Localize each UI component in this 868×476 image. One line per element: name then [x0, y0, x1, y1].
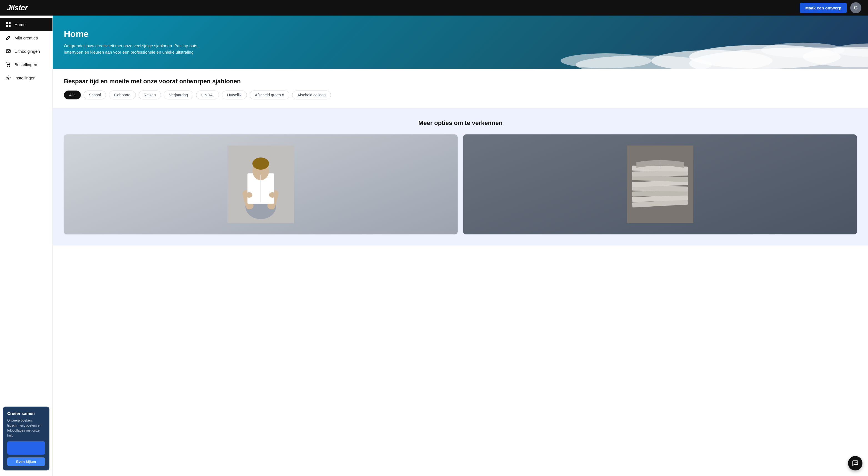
- explore-cards: Je droomcreatie wacht op je Creëer vanui…: [64, 135, 857, 234]
- sidebar-label-home: Home: [14, 22, 26, 27]
- svg-point-14: [761, 43, 844, 58]
- explore-card-print: Ontdek de printmogelijkheden Laat ons u …: [463, 135, 857, 234]
- card-image-person: [64, 135, 458, 234]
- sidebar-item-bestellingen[interactable]: Bestellingen: [0, 58, 53, 71]
- templates-title: Bespaar tijd en moeite met onze vooraf o…: [64, 78, 857, 85]
- sidebar-label-uitnodigingen: Uitnodigingen: [14, 49, 40, 54]
- avatar[interactable]: C: [850, 2, 861, 13]
- svg-rect-1: [9, 22, 10, 24]
- topbar: Jilster Maak een ontwerp C: [0, 0, 868, 16]
- svg-rect-3: [9, 25, 10, 27]
- svg-rect-0: [6, 22, 8, 24]
- svg-point-35: [854, 463, 855, 463]
- hero-title: Home: [64, 29, 857, 39]
- cart-icon: [5, 62, 11, 67]
- promo-description: Ontwerp boeken, tijdschriften, posters e…: [7, 418, 45, 438]
- explore-title: Meer opties om te verkennen: [64, 119, 857, 127]
- filter-afscheid-collega[interactable]: Afscheid collega: [292, 91, 331, 99]
- svg-rect-33: [632, 171, 688, 176]
- filter-verjaardag[interactable]: Verjaardag: [164, 91, 193, 99]
- chat-icon: [852, 460, 859, 467]
- explore-section: Meer opties om te verkennen: [53, 108, 868, 245]
- chat-button[interactable]: [848, 456, 863, 471]
- filter-alle[interactable]: Alle: [64, 91, 81, 99]
- hero-description: Ontgrendel jouw creativiteit met onze ve…: [64, 42, 208, 56]
- svg-rect-29: [632, 190, 688, 196]
- sidebar-item-home[interactable]: Home: [0, 18, 53, 31]
- pencil-icon: [5, 35, 11, 40]
- filter-school[interactable]: School: [84, 91, 106, 99]
- svg-point-37: [856, 463, 857, 463]
- main-layout: Home Mijn creaties Uitnodigingen Bestell…: [0, 16, 868, 476]
- svg-rect-2: [6, 25, 8, 27]
- person-illustration: [227, 146, 294, 223]
- svg-point-24: [246, 192, 252, 198]
- svg-point-36: [855, 463, 856, 463]
- promo-title: Creëer samen: [7, 411, 45, 416]
- cta-button[interactable]: Maak een ontwerp: [800, 3, 847, 13]
- filter-reizen[interactable]: Reizen: [138, 91, 161, 99]
- promo-button[interactable]: Even kijken: [7, 457, 45, 466]
- content-area: Home Ontgrendel jouw creativiteit met on…: [53, 16, 868, 476]
- explore-card-blank: Je droomcreatie wacht op je Creëer vanui…: [64, 135, 458, 234]
- promo-thumbnail: [7, 441, 45, 455]
- filter-chips: Alle School Geboorte Reizen Verjaardag L…: [64, 91, 857, 99]
- filter-linda[interactable]: LINDA.: [196, 91, 219, 99]
- books-illustration: [627, 146, 693, 223]
- svg-point-6: [9, 66, 10, 67]
- envelope-icon: [5, 48, 11, 54]
- hero-banner: Home Ontgrendel jouw creativiteit met on…: [53, 16, 868, 69]
- sidebar-label-instellingen: Instellingen: [14, 76, 35, 80]
- grid-icon: [5, 22, 11, 27]
- svg-point-7: [7, 77, 9, 78]
- svg-point-22: [252, 157, 269, 170]
- sidebar-item-uitnodigingen[interactable]: Uitnodigingen: [0, 44, 53, 58]
- svg-point-25: [269, 192, 276, 198]
- hero-clouds: [341, 16, 868, 69]
- gear-icon: [5, 75, 11, 81]
- promo-card: Creëer samen Ontwerp boeken, tijdschrift…: [3, 407, 50, 471]
- svg-point-5: [7, 66, 8, 67]
- svg-point-13: [560, 53, 651, 68]
- sidebar-label-bestellingen: Bestellingen: [14, 62, 37, 67]
- sidebar-item-instellingen[interactable]: Instellingen: [0, 71, 53, 84]
- templates-section: Bespaar tijd en moeite met onze vooraf o…: [53, 69, 868, 108]
- card-image-books: [463, 135, 857, 234]
- filter-huwelijk[interactable]: Huwelijk: [222, 91, 247, 99]
- logo: Jilster: [7, 3, 28, 12]
- sidebar-label-creaties: Mijn creaties: [14, 35, 38, 40]
- sidebar-item-creaties[interactable]: Mijn creaties: [0, 31, 53, 44]
- filter-afscheid-groep8[interactable]: Afscheid groep 8: [250, 91, 289, 99]
- topbar-right: Maak een ontwerp C: [800, 2, 861, 13]
- filter-geboorte[interactable]: Geboorte: [109, 91, 135, 99]
